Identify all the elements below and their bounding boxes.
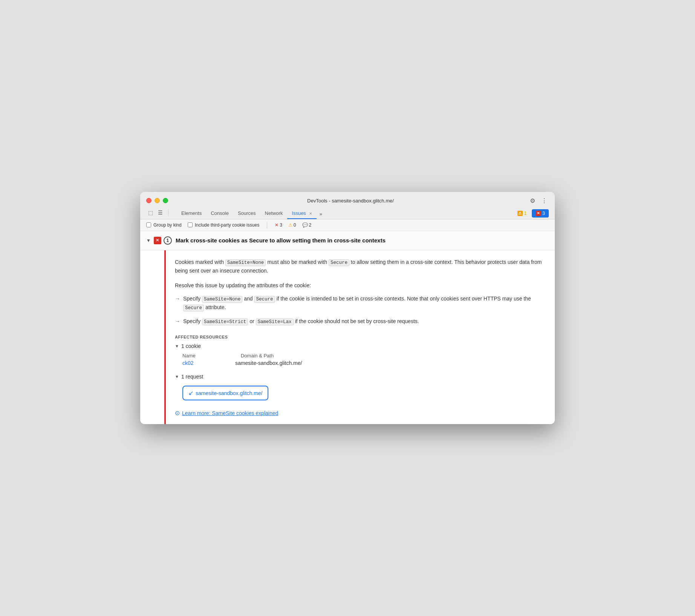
bullet-arrow-2: →: [175, 317, 180, 325]
info-count-value: 2: [309, 222, 312, 228]
issue-error-badge: ✕: [154, 237, 161, 244]
bullet-item-1: → Specify SameSite=None and Secure if th…: [175, 294, 546, 312]
devtools-window: DevTools - samesite-sandbox.glitch.me/ ⚙…: [140, 192, 555, 424]
affected-resources: AFFECTED RESOURCES ▼ 1 cookie Name Domai…: [175, 335, 546, 400]
issue-title: Mark cross-site cookies as Secure to all…: [176, 237, 386, 244]
error-icon: ✕: [536, 211, 541, 216]
toolbar-strip: Group by kind Include third-party cookie…: [140, 219, 555, 231]
warning-badge-button[interactable]: ⚠ 1: [514, 210, 530, 217]
warning-icon: ⚠: [517, 211, 523, 216]
cookie-name-link[interactable]: ck02: [182, 360, 228, 366]
issue-indent: [140, 250, 152, 424]
tab-issues-close[interactable]: ✕: [309, 211, 312, 216]
requests-expand-icon: ▼: [175, 374, 179, 379]
warning-count-badge: ⚠ 0: [288, 222, 296, 228]
nav-divider: [168, 209, 168, 216]
code-secure-3: Secure: [183, 305, 204, 311]
tab-sources-label: Sources: [238, 210, 256, 216]
tab-elements[interactable]: Elements: [177, 208, 206, 219]
nav-tabs: ⬚ ☰ Elements Console Sources Network Iss…: [146, 208, 549, 219]
bullet-arrow-1: →: [175, 294, 180, 303]
tab-console[interactable]: Console: [206, 208, 233, 219]
tab-elements-label: Elements: [181, 210, 202, 216]
requests-expand-label: 1 request: [181, 374, 203, 380]
header-right: ⚠ 1 ✕ 3: [514, 209, 549, 219]
cookies-expand-label: 1 cookie: [181, 343, 201, 349]
tab-network-label: Network: [265, 210, 283, 216]
third-party-checkbox[interactable]: [188, 222, 193, 227]
bullet-2-text: Specify SameSite=Strict or SameSite=Lax …: [183, 317, 419, 326]
more-options-icon[interactable]: ⋮: [540, 196, 549, 205]
resolve-text: Resolve this issue by updating the attri…: [175, 282, 546, 288]
cookies-expand[interactable]: ▼ 1 cookie: [175, 343, 546, 349]
warning-count: 1: [524, 211, 527, 216]
error-count-badge: ✕ 3: [275, 222, 282, 228]
main-content: ▼ ✕ 1 Mark cross-site cookies as Secure …: [140, 231, 555, 424]
error-count-value: 3: [280, 222, 282, 228]
nav-left-icons: ⬚ ☰: [146, 208, 171, 219]
issue-header[interactable]: ▼ ✕ 1 Mark cross-site cookies as Secure …: [140, 231, 555, 250]
title-bar-top: DevTools - samesite-sandbox.glitch.me/ ⚙…: [146, 196, 549, 205]
error-count-icon: ✕: [275, 222, 279, 228]
code-samesite-strict: SameSite=Strict: [202, 319, 248, 325]
learn-more-icon: ⊙: [175, 409, 180, 417]
group-by-kind-checkbox-group: Group by kind: [146, 222, 182, 228]
third-party-label: Include third-party cookie issues: [195, 222, 259, 228]
bullet-1-text: Specify SameSite=None and Secure if the …: [183, 294, 546, 312]
error-badge-button[interactable]: ✕ 3: [532, 209, 549, 218]
toolbar-divider: [267, 222, 267, 228]
code-samesite-none-1: SameSite=None: [225, 259, 266, 266]
code-samesite-lax: SameSite=Lax: [256, 319, 294, 325]
issue-expand-icon[interactable]: ▼: [146, 238, 151, 243]
issue-content: Cookies marked with SameSite=None must a…: [166, 250, 555, 424]
affected-label: AFFECTED RESOURCES: [175, 335, 546, 339]
tab-issues-label: Issues: [292, 210, 306, 216]
info-count-icon: 💬: [302, 222, 308, 228]
tab-issues[interactable]: Issues ✕: [287, 208, 316, 219]
cookie-row: ck02 samesite-sandbox.glitch.me/: [182, 360, 546, 366]
cookie-header-row: Name Domain & Path: [182, 353, 546, 359]
request-link-box[interactable]: ↙ samesite-sandbox.glitch.me/: [182, 386, 268, 400]
cookie-table: Name Domain & Path ck02 samesite-sandbox…: [182, 353, 546, 366]
maximize-button[interactable]: [163, 198, 168, 203]
group-by-kind-label: Group by kind: [153, 222, 182, 228]
request-link-icon: ↙: [188, 389, 193, 397]
cookie-col-name: Name: [182, 353, 196, 359]
warning-count-icon: ⚠: [288, 222, 292, 228]
bullet-item-2: → Specify SameSite=Strict or SameSite=La…: [175, 317, 546, 326]
tab-sources[interactable]: Sources: [233, 208, 260, 219]
inspect-icon[interactable]: ☰: [156, 208, 164, 217]
info-count-badge: 💬 2: [302, 222, 312, 228]
request-section: ▼ 1 request ↙ samesite-sandbox.glitch.me…: [175, 374, 546, 400]
requests-expand[interactable]: ▼ 1 request: [175, 374, 546, 380]
warning-count-value: 0: [294, 222, 296, 228]
cookie-col-domain: Domain & Path: [241, 353, 274, 359]
window-title: DevTools - samesite-sandbox.glitch.me/: [173, 198, 528, 204]
code-secure-1: Secure: [329, 259, 349, 266]
code-samesite-none-2: SameSite=None: [202, 296, 243, 303]
cursor-icon[interactable]: ⬚: [146, 208, 155, 217]
cookie-domain: samesite-sandbox.glitch.me/: [235, 360, 302, 366]
issue-description: Cookies marked with SameSite=None must a…: [175, 258, 546, 275]
code-secure-2: Secure: [254, 296, 275, 303]
learn-more-link[interactable]: Learn more: SameSite cookies explained: [182, 410, 278, 416]
request-link-text[interactable]: samesite-sandbox.glitch.me/: [196, 390, 262, 396]
settings-icon[interactable]: ⚙: [528, 196, 537, 205]
title-bar: DevTools - samesite-sandbox.glitch.me/ ⚙…: [140, 192, 555, 219]
close-button[interactable]: [146, 198, 152, 203]
traffic-lights: [146, 198, 168, 203]
minimize-button[interactable]: [155, 198, 160, 203]
tab-console-label: Console: [211, 210, 229, 216]
group-by-kind-checkbox[interactable]: [146, 222, 151, 227]
cookies-expand-icon: ▼: [175, 344, 179, 348]
learn-more: ⊙ Learn more: SameSite cookies explained: [175, 409, 546, 417]
issue-body: Cookies marked with SameSite=None must a…: [140, 250, 555, 424]
third-party-checkbox-group: Include third-party cookie issues: [188, 222, 259, 228]
tab-more[interactable]: »: [317, 209, 325, 219]
error-count: 3: [542, 211, 545, 216]
tab-network[interactable]: Network: [260, 208, 288, 219]
issue-count-circle: 1: [164, 236, 172, 245]
